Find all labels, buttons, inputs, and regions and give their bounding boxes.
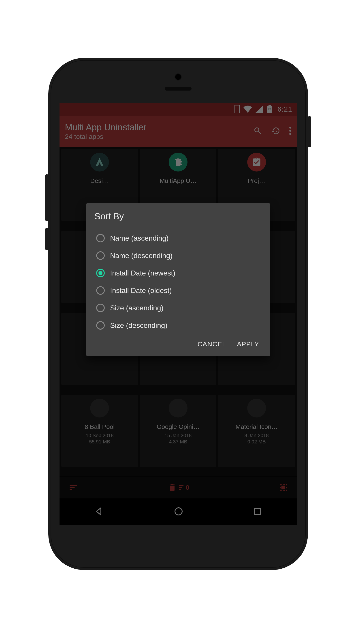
app-icon — [90, 399, 109, 418]
sort-option-label: Name (descending) — [110, 252, 173, 260]
app-card[interactable]: 8 Ball Pool10 Sep 201855.91 MB — [61, 395, 138, 467]
cell-signal-icon — [255, 106, 263, 113]
svg-rect-0 — [235, 105, 240, 113]
radio-icon — [96, 234, 105, 242]
app-icon — [247, 235, 266, 254]
svg-rect-8 — [179, 164, 182, 165]
svg-rect-11 — [179, 489, 181, 490]
back-button[interactable] — [94, 506, 104, 517]
svg-rect-10 — [179, 487, 182, 488]
app-card[interactable]: …o — [140, 312, 217, 385]
recents-button[interactable] — [253, 507, 262, 517]
svg-rect-9 — [179, 485, 183, 486]
sort-icon[interactable] — [69, 482, 78, 492]
app-date: 8 Jan 2018 — [244, 433, 269, 438]
app-card[interactable]: M… — [61, 312, 138, 385]
status-bar: 96 6:21 — [60, 103, 297, 116]
app-icon — [169, 399, 187, 418]
app-icon — [169, 235, 187, 254]
app-grid: Desi…MultiApp U…Proj……rM……o8 Ball Pool10… — [60, 147, 297, 476]
sort-options-list: Name (ascending)Name (descending)Install… — [94, 230, 262, 334]
app-icon — [90, 317, 109, 336]
sort-option-label: Install Date (newest) — [110, 269, 175, 277]
app-bar: Multi App Uninstaller 24 total apps — [60, 116, 297, 147]
app-date: 15 Jan 2018 — [164, 433, 192, 438]
app-size: 4.37 MB — [169, 439, 187, 445]
overflow-menu-icon[interactable] — [289, 126, 291, 136]
sort-option[interactable]: Name (descending) — [94, 247, 262, 264]
app-icon — [169, 153, 187, 172]
svg-rect-7 — [179, 162, 182, 164]
sort-option[interactable]: Size (descending) — [94, 317, 262, 334]
app-name: MultiApp U… — [160, 177, 197, 184]
volume-rocker — [45, 174, 48, 221]
sort-option-label: Install Date (oldest) — [110, 286, 172, 295]
sort-option[interactable]: Install Date (oldest) — [94, 282, 262, 299]
bottom-bar: 0 — [60, 476, 297, 498]
portrait-lock-icon — [234, 105, 240, 113]
app-size: 0.02 MB — [247, 439, 266, 445]
svg-point-3 — [289, 127, 291, 128]
app-icon — [247, 399, 266, 418]
app-name: Proj… — [248, 177, 265, 184]
home-button[interactable] — [174, 506, 183, 517]
app-card[interactable]: Google Opini…15 Jan 20184.37 MB — [140, 395, 217, 467]
dialog-title: Sort By — [94, 211, 262, 222]
app-icon — [247, 153, 266, 172]
app-card[interactable] — [218, 312, 295, 385]
app-name: …r — [174, 260, 182, 266]
screen: 96 6:21 Multi App Uninstaller 24 total a… — [60, 103, 297, 525]
sort-option[interactable]: Size (ascending) — [94, 299, 262, 317]
svg-point-4 — [289, 130, 291, 132]
svg-rect-13 — [254, 508, 261, 514]
sort-dialog: Sort By Name (ascending)Name (descending… — [86, 203, 270, 356]
app-name: Material Icon… — [236, 423, 278, 430]
clock: 6:21 — [277, 105, 292, 113]
sort-option[interactable]: Install Date (newest) — [94, 264, 262, 282]
modal-scrim[interactable] — [60, 103, 297, 525]
uninstall-count: 0 — [186, 484, 190, 491]
app-name: M… — [94, 341, 105, 348]
radio-icon — [96, 251, 105, 260]
android-nav-bar — [60, 498, 297, 525]
search-icon[interactable] — [253, 126, 262, 136]
radio-icon — [96, 286, 105, 295]
cancel-button[interactable]: CANCEL — [198, 340, 226, 348]
app-card[interactable] — [218, 231, 295, 303]
app-name: …o — [173, 341, 183, 348]
earpiece — [165, 87, 192, 90]
svg-rect-2 — [267, 106, 272, 113]
app-card[interactable]: Desi… — [61, 149, 138, 221]
sort-option-label: Name (ascending) — [110, 234, 168, 242]
app-name: Google Opini… — [157, 423, 199, 430]
app-card[interactable]: Material Icon…8 Jan 20180.02 MB — [218, 395, 295, 467]
app-icon — [90, 153, 109, 172]
app-card[interactable]: MultiApp U… — [140, 149, 217, 221]
power-button — [308, 116, 311, 147]
app-title: Multi App Uninstaller — [65, 122, 253, 132]
app-card[interactable] — [61, 231, 138, 303]
battery-icon: 96 — [267, 105, 272, 113]
app-card[interactable]: …r — [140, 231, 217, 303]
select-all-icon[interactable] — [279, 483, 288, 492]
volume-down — [45, 228, 48, 250]
svg-rect-6 — [179, 161, 182, 162]
app-name: 8 Ball Pool — [85, 423, 115, 430]
uninstall-button[interactable]: 0 — [168, 483, 190, 492]
radio-icon — [96, 269, 105, 277]
sort-option[interactable]: Name (ascending) — [94, 230, 262, 247]
svg-point-12 — [175, 508, 182, 515]
app-card[interactable]: Proj… — [218, 149, 295, 221]
apply-button[interactable]: APPLY — [237, 340, 259, 348]
app-name: Desi… — [90, 177, 109, 184]
app-icon — [169, 317, 187, 336]
radio-icon — [96, 321, 105, 330]
front-camera — [175, 74, 181, 80]
svg-point-5 — [289, 133, 291, 135]
app-size: 55.91 MB — [89, 439, 110, 445]
sort-option-label: Size (descending) — [110, 321, 167, 330]
app-icon — [90, 235, 109, 254]
app-subtitle: 24 total apps — [65, 133, 253, 140]
history-icon[interactable] — [271, 126, 280, 136]
app-date: 10 Sep 2018 — [86, 433, 114, 438]
